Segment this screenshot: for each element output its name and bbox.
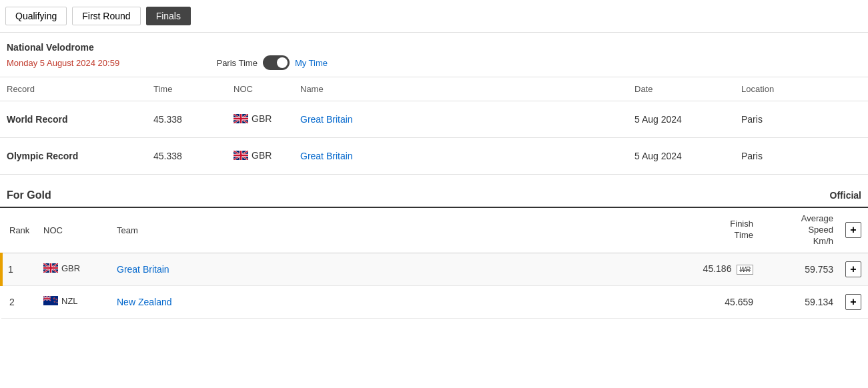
record-label-wr: World Record — [0, 101, 147, 138]
col-header-noc: NOC — [38, 208, 111, 253]
results-table: Rank NOC Team FinishTime AverageSpeedKm/… — [0, 208, 868, 319]
venue-date: Monday 5 August 2024 20:59 — [7, 58, 119, 68]
record-noc-or: GBR — [227, 138, 294, 175]
col-header-date: Date — [628, 77, 735, 101]
col-header-avg-speed: AverageSpeedKm/h — [759, 208, 839, 253]
records-table: Record Time NOC Name Date Location World… — [0, 77, 868, 175]
record-location-or: Paris — [735, 138, 868, 175]
results-header: For Gold Official — [0, 180, 868, 208]
result-expand-2: + — [839, 285, 868, 318]
col-header-rank: Rank — [1, 208, 38, 253]
result-row-2: 2 — [1, 285, 868, 318]
result-avg-2: 59.134 — [759, 285, 839, 318]
time-toggle[interactable] — [263, 55, 290, 70]
venue-name: National Velodrome — [7, 42, 861, 53]
nzl-flag-r2 — [43, 296, 58, 305]
col-header-noc: NOC — [227, 77, 294, 101]
col-header-time: Time — [147, 77, 227, 101]
paris-time-label: Paris Time — [216, 58, 257, 68]
result-rank-1: 1 — [1, 253, 38, 285]
expand-row-1-btn[interactable]: + — [845, 261, 861, 277]
record-date-wr: 5 Aug 2024 — [628, 101, 735, 138]
result-noc-1: GBR — [38, 253, 111, 285]
col-header-team: Team — [111, 208, 665, 253]
record-row-wr: World Record 45.338 GBR Great Britain 5 … — [0, 101, 868, 138]
gbr-flag-r1 — [43, 263, 58, 273]
wr-badge-1: WR — [737, 265, 753, 275]
result-finish-1: 45.186 WR — [665, 253, 759, 285]
top-nav: Qualifying First Round Finals — [0, 0, 868, 33]
my-time-label: My Time — [295, 58, 328, 68]
record-time-or: 45.338 — [147, 138, 227, 175]
record-name-wr[interactable]: Great Britain — [294, 101, 628, 138]
expand-all-btn[interactable]: + — [845, 222, 861, 238]
record-row-or: Olympic Record 45.338 GBR Great Britain … — [0, 138, 868, 175]
record-label-or: Olympic Record — [0, 138, 147, 175]
col-header-name: Name — [294, 77, 628, 101]
gbr-flag-or — [234, 151, 248, 160]
tab-finals[interactable]: Finals — [146, 7, 191, 25]
col-header-expand: + — [839, 208, 868, 253]
col-header-record: Record — [0, 77, 147, 101]
result-team-1[interactable]: Great Britain — [111, 253, 665, 285]
col-header-finish-time: FinishTime — [665, 208, 759, 253]
record-date-or: 5 Aug 2024 — [628, 138, 735, 175]
gbr-flag-wr — [234, 114, 248, 123]
col-header-location: Location — [735, 77, 868, 101]
result-row-1: 1 GBR Great Britain 45.186 WR — [1, 253, 868, 285]
record-location-wr: Paris — [735, 101, 868, 138]
result-rank-2: 2 — [1, 285, 38, 318]
tab-first-round[interactable]: First Round — [72, 7, 140, 25]
record-time-wr: 45.338 — [147, 101, 227, 138]
record-name-or[interactable]: Great Britain — [294, 138, 628, 175]
result-team-2[interactable]: New Zealand — [111, 285, 665, 318]
official-badge: Official — [830, 190, 861, 201]
result-expand-1: + — [839, 253, 868, 285]
expand-row-2-btn[interactable]: + — [845, 294, 861, 310]
tab-qualifying[interactable]: Qualifying — [5, 7, 67, 25]
result-finish-2: 45.659 — [665, 285, 759, 318]
venue-section: National Velodrome Monday 5 August 2024 … — [0, 33, 868, 77]
result-avg-1: 59.753 — [759, 253, 839, 285]
result-noc-2: NZL — [38, 285, 111, 318]
record-noc-wr: GBR — [227, 101, 294, 138]
round-label: For Gold — [7, 189, 51, 201]
